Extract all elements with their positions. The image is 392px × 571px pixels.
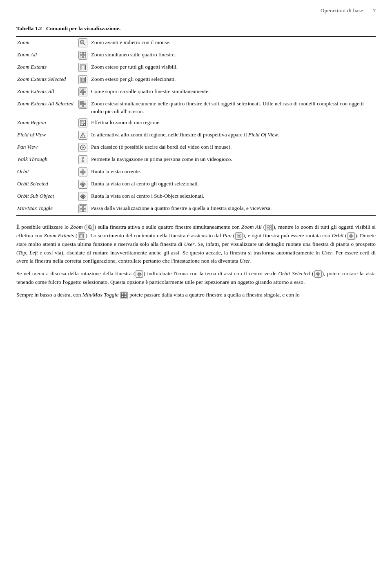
command-description: In alternativa allo zoom di regione, nel… (90, 129, 376, 141)
svg-point-69 (238, 235, 239, 236)
zoom-extents-selected-icon (78, 75, 87, 84)
command-icon-cell (76, 154, 90, 166)
svg-line-38 (82, 161, 83, 163)
commands-table: ZoomZoom avanti e indietro con il mouse.… (16, 36, 376, 216)
command-icon-cell (76, 61, 90, 74)
command-icon-cell (76, 190, 90, 203)
command-description: Come sopra ma sulle quattro finestre sim… (90, 86, 376, 98)
svg-rect-9 (81, 66, 85, 69)
orbit-inline-icon (136, 270, 143, 278)
header-page-number: 7 (373, 7, 376, 14)
table-row: Zoom AllZoom simultaneo sulle quattro fi… (16, 49, 376, 61)
command-icon-cell (76, 117, 90, 129)
command-name: Field of View (16, 129, 76, 141)
zoom-inline-icon (87, 224, 94, 231)
table-row: Min/Max TogglePassa dalla visualizzazion… (16, 203, 376, 215)
command-description: Passa dalla visualizzazione a quattro fi… (90, 203, 376, 215)
field-of-view-icon (78, 131, 87, 140)
table-row: Zoom Extents AllCome sopra ma sulle quat… (16, 86, 376, 98)
svg-point-34 (82, 157, 84, 158)
table-row: Field of ViewIn alternativa allo zoom di… (16, 129, 376, 141)
command-description: Zoom esteso per gli oggetti selezionati. (90, 74, 376, 86)
main-content: Tabella 1.2 Comandi per la visualizzazio… (0, 18, 392, 313)
svg-point-45 (82, 184, 84, 185)
svg-rect-81 (121, 295, 123, 297)
header-title: Operazioni di base (321, 7, 363, 14)
walk-through-icon (78, 155, 87, 164)
command-description: Effettua lo zoom di una regione. (90, 117, 376, 129)
orbit-selected-inline-icon (314, 270, 322, 278)
orbit-icon (78, 167, 87, 176)
table-row: Zoom ExtentsZoom esteso per tutti gli og… (16, 61, 376, 74)
command-icon-cell (76, 166, 90, 178)
command-name: Walk Through (16, 154, 76, 166)
command-icon-cell (76, 74, 90, 86)
svg-rect-50 (83, 206, 86, 209)
svg-rect-11 (81, 78, 85, 81)
svg-rect-63 (80, 235, 83, 238)
command-icon-cell (76, 36, 90, 49)
table-row: Orbit Sub ObjectRuota la vista con al ce… (16, 190, 376, 203)
svg-line-16 (81, 90, 82, 91)
svg-rect-14 (80, 92, 83, 95)
command-description: Zoom esteso simultaneamente nelle quattr… (90, 98, 376, 117)
command-description: Ruota la vista corrente. (90, 166, 376, 178)
command-name: Zoom Region (16, 117, 76, 129)
table-label: Tabella 1.2 (16, 25, 42, 31)
command-name: Zoom All (16, 49, 76, 61)
command-name: Zoom Extents All (16, 86, 76, 98)
svg-rect-20 (83, 105, 86, 107)
zoom-extents-icon (78, 63, 87, 72)
command-description: Pan classico (è possibile uscire dai bor… (90, 141, 376, 154)
svg-rect-60 (267, 228, 269, 230)
command-icon-cell (76, 98, 90, 117)
command-description: Zoom esteso per tutti gli oggetti visibi… (90, 61, 376, 74)
table-row: ZoomZoom avanti e indietro con il mouse. (16, 36, 376, 49)
page-header: Operazioni di base 7 (0, 0, 392, 18)
zoom-all-inline-icon (265, 224, 273, 231)
svg-point-75 (139, 274, 140, 274)
table-subtitle: Comandi per la visualizzazione. (46, 25, 121, 31)
svg-point-33 (82, 147, 84, 148)
table-row: Walk ThroughPermette la navigazione in p… (16, 154, 376, 166)
svg-rect-15 (83, 92, 86, 95)
svg-rect-49 (80, 206, 83, 209)
command-name: Orbit (16, 166, 76, 178)
orbit-selected-icon (78, 180, 87, 189)
zoom-extents-all-selected-icon (78, 100, 87, 109)
command-icon-cell (76, 203, 90, 215)
command-name: Zoom Extents (16, 61, 76, 74)
svg-point-42 (82, 172, 84, 173)
command-name: Zoom Extents All Selected (16, 98, 76, 117)
zoom-region-icon (78, 118, 87, 127)
svg-rect-51 (80, 209, 83, 212)
table-row: Zoom RegionEffettua lo zoom di una regio… (16, 117, 376, 129)
command-name: Orbit Sub Object (16, 190, 76, 203)
zoom-all-icon (78, 51, 87, 60)
svg-rect-52 (83, 209, 86, 212)
svg-point-72 (351, 236, 352, 236)
command-icon-cell (76, 141, 90, 154)
pan-view-inline-icon (235, 232, 243, 240)
svg-point-78 (317, 274, 318, 274)
zoom-extents-inline-icon (78, 232, 85, 240)
body-paragraph-1: È possibile utilizzare lo Zoom () sulla … (16, 223, 376, 265)
svg-line-55 (91, 228, 92, 230)
table-row: Zoom Extents SelectedZoom esteso per gli… (16, 74, 376, 86)
svg-rect-23 (81, 122, 84, 124)
svg-rect-21 (80, 102, 82, 103)
svg-point-48 (82, 196, 84, 197)
min-max-toggle-inline-icon (120, 292, 128, 299)
command-name: Pan View (16, 141, 76, 154)
svg-rect-19 (80, 105, 83, 107)
svg-rect-7 (83, 56, 86, 58)
command-name: Zoom Extents Selected (16, 74, 76, 86)
zoom-icon (78, 38, 87, 47)
svg-rect-6 (80, 56, 82, 58)
orbit-sub-object-icon (78, 192, 87, 201)
command-description: Zoom avanti e indietro con il mouse. (90, 36, 376, 49)
command-description: Permette la navigazione in prima persona… (90, 154, 376, 166)
svg-rect-79 (121, 292, 123, 294)
svg-rect-61 (270, 228, 272, 230)
table-row: OrbitRuota la vista corrente. (16, 166, 376, 178)
